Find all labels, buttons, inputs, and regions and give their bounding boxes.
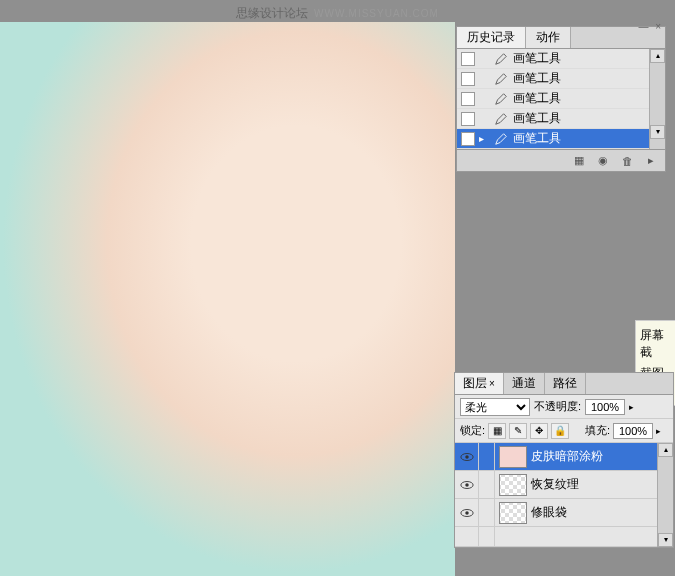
brush-icon	[493, 52, 509, 66]
history-snapshot-checkbox[interactable]	[461, 132, 475, 146]
history-item-label: 画笔工具	[513, 130, 561, 147]
tab-channels[interactable]: 通道	[504, 373, 545, 394]
panel-close[interactable]: ×	[655, 21, 661, 32]
fill-input[interactable]	[613, 423, 653, 439]
history-item[interactable]: ▸ 画笔工具	[457, 129, 649, 149]
history-item-label: 画笔工具	[513, 70, 561, 87]
lock-paint-icon[interactable]: ✎	[509, 423, 527, 439]
tab-history[interactable]: 历史记录	[457, 27, 526, 48]
layer-thumbnail[interactable]	[499, 502, 527, 524]
scroll-up-icon[interactable]: ▴	[658, 443, 673, 457]
lock-transparency-icon[interactable]: ▦	[488, 423, 506, 439]
watermark: 思缘设计论坛WWW.MISSYUAN.COM	[0, 5, 675, 22]
create-snapshot-icon[interactable]: ◉	[595, 153, 611, 169]
history-item[interactable]: 画笔工具	[457, 69, 649, 89]
history-snapshot-checkbox[interactable]	[461, 72, 475, 86]
history-item-label: 画笔工具	[513, 110, 561, 127]
eye-icon	[460, 480, 474, 490]
layer-visibility-toggle[interactable]	[455, 443, 479, 470]
layer-item[interactable]: 皮肤暗部涂粉	[455, 443, 657, 471]
fill-arrow-icon[interactable]: ▸	[656, 426, 668, 436]
tab-actions[interactable]: 动作	[526, 27, 571, 48]
history-marker: ▸	[479, 133, 491, 144]
layer-thumbnail[interactable]	[499, 474, 527, 496]
fill-label: 填充:	[585, 423, 610, 438]
brush-icon	[493, 72, 509, 86]
canvas-area[interactable]	[0, 22, 455, 576]
eye-icon	[460, 452, 474, 462]
layer-name[interactable]: 恢复纹理	[531, 476, 579, 493]
history-snapshot-checkbox[interactable]	[461, 92, 475, 106]
image-content	[0, 22, 455, 576]
scroll-down-icon[interactable]: ▾	[650, 125, 665, 139]
blend-mode-select[interactable]: 柔光	[460, 398, 530, 416]
history-item[interactable]: 画笔工具	[457, 89, 649, 109]
svg-point-1	[465, 455, 469, 459]
history-item-label: 画笔工具	[513, 50, 561, 67]
brush-icon	[493, 92, 509, 106]
svg-point-3	[465, 483, 469, 487]
brush-icon	[493, 132, 509, 146]
opacity-arrow-icon[interactable]: ▸	[629, 402, 641, 412]
layer-item[interactable]: 恢复纹理	[455, 471, 657, 499]
opacity-label: 不透明度:	[534, 399, 581, 414]
svg-point-5	[465, 511, 469, 515]
layer-link-area[interactable]	[479, 443, 495, 470]
layers-scrollbar[interactable]: ▴ ▾	[657, 443, 673, 547]
eye-icon	[460, 508, 474, 518]
tab-layers[interactable]: 图层×	[455, 373, 504, 394]
layer-name[interactable]: 皮肤暗部涂粉	[531, 448, 603, 465]
layer-visibility-toggle[interactable]	[455, 527, 479, 546]
history-list: 画笔工具 画笔工具 画笔工具 画笔工具 ▸	[457, 49, 649, 149]
history-panel: — × 历史记录 动作 画笔工具 画笔工具 画笔工具	[456, 26, 666, 172]
lock-position-icon[interactable]: ✥	[530, 423, 548, 439]
layer-link-area[interactable]	[479, 527, 495, 546]
layer-visibility-toggle[interactable]	[455, 499, 479, 526]
layer-item[interactable]	[455, 527, 657, 547]
panel-minimize[interactable]: —	[638, 21, 648, 32]
opacity-input[interactable]	[585, 399, 625, 415]
panel-menu-icon[interactable]: ▸	[643, 153, 659, 169]
history-item-label: 画笔工具	[513, 90, 561, 107]
layer-name[interactable]: 修眼袋	[531, 504, 567, 521]
history-scrollbar[interactable]: ▴ ▾	[649, 49, 665, 149]
layers-list: 皮肤暗部涂粉 恢复纹理 修眼袋	[455, 443, 657, 547]
create-document-icon[interactable]: ▦	[571, 153, 587, 169]
lock-all-icon[interactable]: 🔒	[551, 423, 569, 439]
scroll-up-icon[interactable]: ▴	[650, 49, 665, 63]
tab-paths[interactable]: 路径	[545, 373, 586, 394]
delete-icon[interactable]: 🗑	[619, 153, 635, 169]
brush-icon	[493, 112, 509, 126]
history-item[interactable]: 画笔工具	[457, 109, 649, 129]
layer-thumbnail[interactable]	[499, 446, 527, 468]
scroll-down-icon[interactable]: ▾	[658, 533, 673, 547]
layer-visibility-toggle[interactable]	[455, 471, 479, 498]
history-item[interactable]: 画笔工具	[457, 49, 649, 69]
lock-label: 锁定:	[460, 423, 485, 438]
layers-panel: 图层× 通道 路径 柔光 不透明度: ▸ 锁定: ▦ ✎ ✥ 🔒 填充: ▸ 皮…	[454, 372, 674, 548]
history-snapshot-checkbox[interactable]	[461, 52, 475, 66]
layer-link-area[interactable]	[479, 499, 495, 526]
layer-item[interactable]: 修眼袋	[455, 499, 657, 527]
history-snapshot-checkbox[interactable]	[461, 112, 475, 126]
layer-link-area[interactable]	[479, 471, 495, 498]
